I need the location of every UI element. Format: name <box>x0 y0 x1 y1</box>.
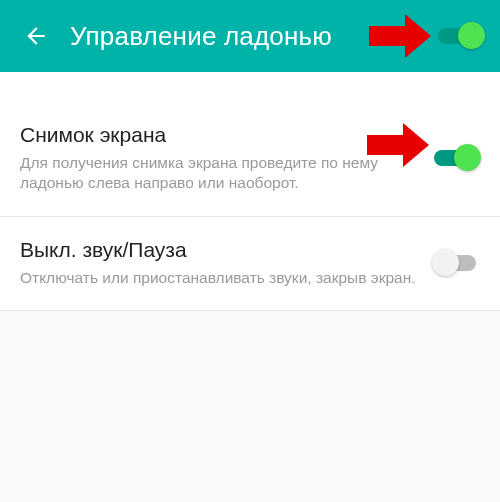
master-toggle[interactable] <box>436 22 484 50</box>
back-button[interactable] <box>16 16 56 56</box>
setting-mute-pause[interactable]: Выкл. звук/Пауза Отключать или приостана… <box>0 217 500 311</box>
setting-title: Снимок экрана <box>20 123 418 147</box>
setting-screenshot[interactable]: Снимок экрана Для получения снимка экран… <box>0 102 500 217</box>
setting-text: Снимок экрана Для получения снимка экран… <box>20 123 418 194</box>
toggle-thumb <box>454 144 481 171</box>
setting-description: Для получения снимка экрана проведите по… <box>20 153 418 194</box>
toggle-thumb <box>432 249 459 276</box>
setting-toggle[interactable] <box>432 249 480 277</box>
arrow-back-icon <box>23 23 49 49</box>
setting-description: Отключать или приостанавливать звуки, за… <box>20 268 418 288</box>
app-bar: Управление ладонью <box>0 0 500 72</box>
spacer <box>0 72 500 102</box>
setting-text: Выкл. звук/Пауза Отключать или приостана… <box>20 238 418 288</box>
setting-title: Выкл. звук/Пауза <box>20 238 418 262</box>
setting-toggle[interactable] <box>432 144 480 172</box>
toggle-thumb <box>458 22 485 49</box>
page-title: Управление ладонью <box>70 21 332 52</box>
settings-list: Снимок экрана Для получения снимка экран… <box>0 102 500 311</box>
